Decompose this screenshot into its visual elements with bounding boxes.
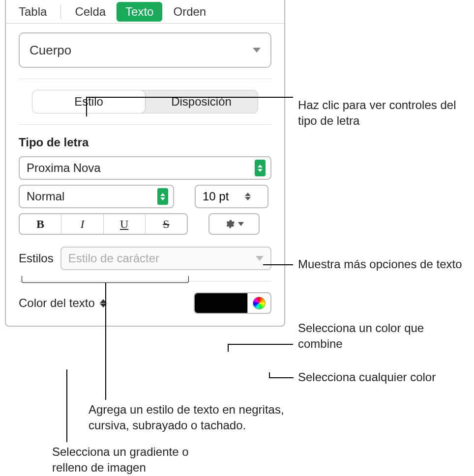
callout-matching-color: Selecciona un color que combine [298, 320, 470, 352]
callout-bius: Agrega un estilo de texto en negritas, c… [89, 402, 320, 434]
character-style-select[interactable]: Estilo de carácter [60, 247, 271, 270]
segment-estilo[interactable]: Estilo [32, 90, 146, 113]
chevron-down-icon [256, 256, 264, 261]
font-weight-value: Normal [27, 190, 64, 203]
chevron-down-icon [238, 222, 244, 226]
paragraph-style-select[interactable]: Cuerpo [19, 32, 271, 68]
callout-gradient: Selecciona un gradiente o relleno de ima… [52, 444, 219, 476]
italic-button[interactable]: I [61, 214, 103, 234]
stepper-icon[interactable] [245, 193, 251, 200]
callout-line [269, 377, 294, 378]
callout-font-controls: Haz clic para ver controles del tipo de … [298, 97, 470, 129]
font-weight-select[interactable]: Normal [19, 185, 174, 208]
text-color-label: Color del texto [19, 296, 95, 310]
bold-button[interactable]: B [20, 214, 61, 234]
bracket [22, 276, 189, 283]
color-swatch-well[interactable] [195, 293, 248, 313]
color-wheel-icon [253, 297, 266, 309]
callout-line [86, 97, 293, 98]
tab-tabla[interactable]: Tabla [10, 2, 56, 22]
style-layout-segmented: Estilo Disposición [32, 90, 258, 113]
font-family-select[interactable]: Proxima Nova [19, 156, 271, 180]
dropdown-stepper-icon [157, 188, 168, 205]
callout-line [66, 369, 67, 442]
chevron-down-icon [253, 48, 261, 53]
tab-celda[interactable]: Celda [66, 2, 115, 22]
tab-orden[interactable]: Orden [164, 2, 215, 22]
divider [19, 124, 271, 125]
callout-more-options: Muestra más opciones de texto [298, 256, 470, 272]
divider [19, 79, 271, 79]
underline-button[interactable]: U [104, 214, 146, 234]
paragraph-style-label: Cuerpo [30, 43, 71, 58]
inspector-top-tabs: Tabla Celda Texto Orden [6, 0, 284, 24]
font-section-heading: Tipo de letra [19, 136, 271, 149]
character-styles-label: Estilos [19, 252, 54, 265]
color-controls [194, 292, 271, 314]
tab-texto[interactable]: Texto [117, 2, 162, 22]
callout-line [263, 264, 293, 265]
callout-line [228, 344, 229, 352]
callout-any-color: Selecciona cualquier color [298, 369, 470, 385]
gear-icon [224, 219, 235, 229]
strikethrough-button[interactable]: S [146, 214, 187, 234]
callout-line [269, 372, 270, 378]
text-style-group: B I U S [19, 213, 188, 235]
character-style-placeholder: Estilo de carácter [68, 252, 159, 265]
font-size-input[interactable] [203, 190, 242, 203]
advanced-options-button[interactable] [208, 213, 260, 235]
callout-line [228, 344, 293, 345]
tab-divider [60, 5, 61, 19]
segment-disposicion[interactable]: Disposición [145, 90, 258, 113]
callout-line [86, 97, 87, 116]
font-family-value: Proxima Nova [27, 161, 101, 175]
font-size-field[interactable] [195, 185, 268, 208]
dropdown-stepper-icon [255, 160, 266, 176]
color-picker-button[interactable] [248, 293, 270, 313]
callout-line [105, 283, 106, 400]
